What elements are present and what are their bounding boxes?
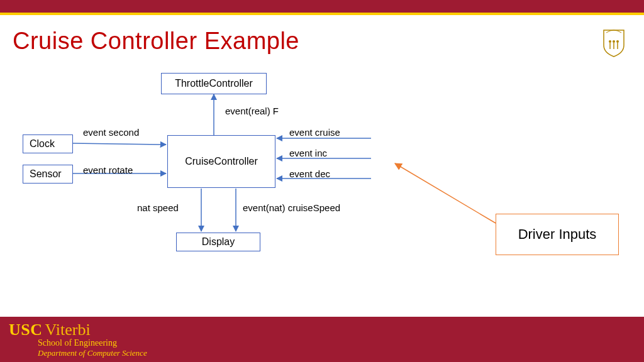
edge-label-event-real-f: event(real) F bbox=[225, 106, 279, 116]
box-display: Display bbox=[176, 233, 260, 251]
box-label: CruiseController bbox=[185, 156, 258, 167]
svg-point-2 bbox=[616, 40, 619, 43]
box-label: Display bbox=[202, 236, 235, 248]
footer-org: USCViterbi bbox=[9, 321, 91, 339]
edge-label-event-dec: event dec bbox=[289, 168, 330, 179]
svg-point-0 bbox=[609, 40, 611, 43]
header-band bbox=[0, 0, 644, 13]
svg-line-14 bbox=[395, 163, 496, 223]
header-accent bbox=[0, 13, 644, 15]
edge-label-cruise-speed: event(nat) cruiseSpeed bbox=[243, 202, 340, 213]
box-throttle-controller: ThrottleController bbox=[161, 73, 267, 94]
box-cruise-controller: CruiseController bbox=[167, 135, 275, 188]
edge-label-event-inc: event inc bbox=[289, 148, 327, 158]
svg-point-1 bbox=[613, 40, 615, 43]
edge-label-nat-speed: nat speed bbox=[137, 202, 179, 213]
diagram-canvas: ThrottleController Clock Sensor CruiseCo… bbox=[0, 63, 644, 308]
usc-shield-icon bbox=[601, 28, 626, 58]
edge-label-event-second: event second bbox=[83, 127, 139, 138]
box-label: Sensor bbox=[30, 168, 62, 180]
edge-label-event-cruise: event cruise bbox=[289, 127, 340, 138]
box-label: Clock bbox=[30, 138, 55, 150]
box-driver-inputs: Driver Inputs bbox=[496, 214, 619, 255]
footer-line2: Department of Computer Science bbox=[38, 348, 147, 358]
edge-label-event-rotate: event rotate bbox=[83, 165, 133, 175]
page-title: Cruise Controller Example bbox=[13, 28, 299, 55]
box-label: ThrottleController bbox=[175, 78, 253, 89]
footer-org-light: Viterbi bbox=[45, 321, 91, 339]
box-clock: Clock bbox=[23, 134, 73, 153]
svg-line-7 bbox=[73, 143, 166, 145]
footer-line1: School of Engineering bbox=[38, 338, 117, 348]
footer-band: USCViterbi School of Engineering Departm… bbox=[0, 317, 644, 362]
box-sensor: Sensor bbox=[23, 165, 73, 184]
box-label: Driver Inputs bbox=[518, 226, 597, 243]
connectors bbox=[0, 63, 644, 308]
footer-org-bold: USC bbox=[9, 321, 43, 339]
